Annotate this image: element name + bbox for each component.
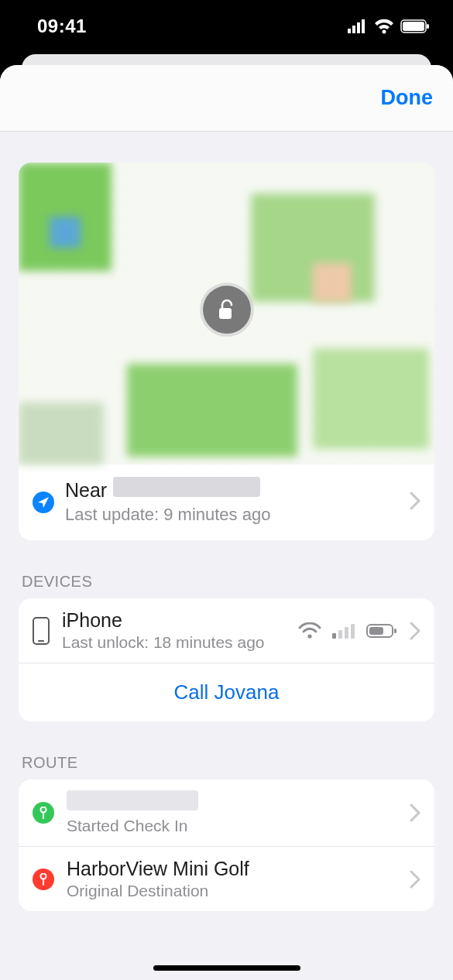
home-indicator[interactable]: [153, 965, 300, 971]
svg-rect-13: [338, 630, 342, 639]
svg-rect-3: [362, 19, 365, 33]
cellular-icon: [348, 19, 368, 33]
navbar: Done: [0, 65, 453, 132]
chevron-right-icon: [410, 492, 420, 510]
svg-rect-9: [33, 618, 49, 644]
cellular-mini-icon: [332, 623, 355, 639]
route-start-row[interactable]: Started Check In: [19, 780, 434, 846]
devices-header: DEVICES: [22, 573, 431, 591]
route-dest-sub: Original Destination: [67, 882, 397, 900]
svg-rect-14: [345, 627, 348, 639]
status-time: 09:41: [37, 15, 87, 37]
svg-rect-2: [357, 22, 360, 33]
call-link[interactable]: Call Jovana: [174, 680, 280, 704]
route-start-title-redacted: [67, 790, 198, 810]
route-dest-title: HarborView Mini Golf: [67, 858, 397, 880]
location-row[interactable]: Near Last update: 9 minutes ago: [19, 464, 434, 540]
map-pin: [203, 286, 251, 334]
device-status-icons: [298, 622, 397, 639]
svg-rect-7: [427, 24, 429, 29]
location-near-label: Near: [65, 479, 107, 502]
chevron-right-icon: [410, 870, 420, 889]
svg-rect-17: [369, 627, 383, 635]
start-pin-icon: [33, 802, 54, 824]
location-last-update: Last update: 9 minutes ago: [65, 505, 399, 525]
device-row[interactable]: iPhone Last unlock: 18 minutes ago: [19, 598, 434, 663]
status-bar: 09:41: [0, 0, 453, 53]
call-row[interactable]: Call Jovana: [19, 663, 434, 721]
map-preview[interactable]: [19, 163, 434, 464]
svg-point-4: [383, 30, 386, 34]
svg-rect-1: [352, 26, 355, 33]
svg-rect-10: [38, 640, 44, 642]
unlock-icon: [217, 299, 237, 320]
svg-rect-8: [219, 308, 232, 319]
svg-point-11: [307, 634, 311, 638]
done-button[interactable]: Done: [381, 86, 434, 110]
svg-rect-18: [394, 629, 396, 633]
location-arrow-icon: [33, 492, 54, 513]
wifi-mini-icon: [298, 622, 321, 639]
location-name-redacted: [113, 477, 260, 497]
device-last-unlock: Last unlock: 18 minutes ago: [62, 633, 286, 652]
status-icons: [348, 19, 430, 34]
device-name: iPhone: [62, 609, 286, 632]
devices-card: iPhone Last unlock: 18 minutes ago Call …: [19, 598, 434, 721]
route-header: ROUTE: [22, 754, 431, 772]
battery-mini-icon: [366, 623, 397, 639]
chevron-right-icon: [410, 622, 420, 640]
iphone-icon: [33, 617, 50, 645]
svg-rect-15: [351, 624, 355, 639]
route-start-sub: Started Check In: [67, 817, 397, 835]
location-card: Near Last update: 9 minutes ago: [19, 163, 434, 540]
wifi-icon: [374, 19, 394, 34]
chevron-right-icon: [410, 804, 420, 822]
dest-pin-icon: [33, 869, 54, 890]
route-dest-row[interactable]: HarborView Mini Golf Original Destinatio…: [19, 846, 434, 911]
battery-icon: [400, 19, 430, 33]
route-card: Started Check In HarborView Mini Golf Or…: [19, 780, 434, 911]
svg-rect-12: [332, 633, 336, 639]
svg-rect-0: [348, 29, 351, 33]
modal-sheet: Done: [0, 65, 453, 980]
svg-rect-6: [403, 22, 424, 31]
